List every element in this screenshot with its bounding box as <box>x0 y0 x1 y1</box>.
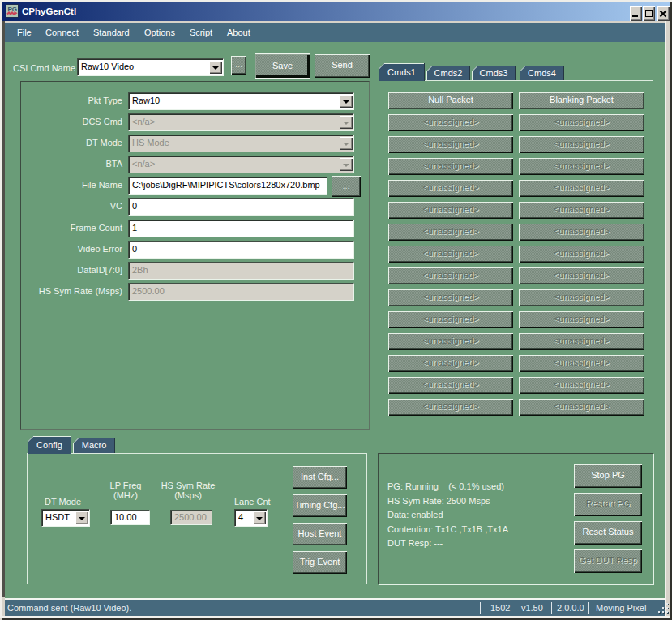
svg-text:PG: PG <box>8 6 18 13</box>
